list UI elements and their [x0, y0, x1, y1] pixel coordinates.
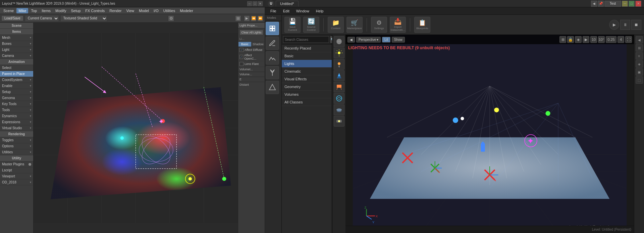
ue-vp-angle[interactable]: 10°	[598, 36, 605, 43]
sidebar-item-camera[interactable]: Camera▾	[0, 53, 33, 59]
ue-vp-rtx-icon[interactable]: ◈	[575, 36, 582, 43]
ue-backward-btn[interactable]: ◀	[591, 1, 597, 7]
sidebar-item-mesh[interactable]: Mesh▾	[0, 35, 33, 41]
sidebar-item-parent-in-place[interactable]: Parent in Place	[0, 71, 33, 77]
ue-vp-num2[interactable]: 4	[618, 36, 624, 43]
ue-right-icon-1[interactable]: ◀	[636, 36, 643, 44]
ue-blueprints-btn[interactable]: 📋 Blueprints	[414, 17, 430, 33]
lw-menu-utilities[interactable]: Utilities	[161, 8, 177, 13]
ue-play-btn[interactable]: ▶	[609, 20, 619, 30]
ue-category-cinematic[interactable]: Cinematic	[282, 68, 332, 75]
ue-vp-scale[interactable]: 0.25	[606, 36, 616, 43]
sidebar-item-lscript[interactable]: Lscript	[0, 167, 33, 173]
sidebar-item-tools[interactable]: Tools▾	[0, 107, 33, 113]
lw-menu-items[interactable]: Items	[40, 8, 53, 13]
ue-vp-perspective-dropdown[interactable]: Perspective ▾	[356, 37, 381, 43]
lw-prop-affect-opengl[interactable]: ✓ Affect OpenC...	[238, 53, 265, 61]
ue-menu-edit[interactable]: Edit	[280, 8, 292, 14]
ue-spot-light-icon[interactable]	[334, 70, 344, 81]
ue-main-tab[interactable]: Untitled*	[276, 1, 299, 6]
lw-maximize-btn[interactable]: □	[253, 1, 257, 6]
lw-vp-control-2[interactable]: ⏪	[251, 15, 257, 21]
ue-sky-light-icon[interactable]	[334, 93, 344, 104]
ue-vp-grid-icon[interactable]: ⊞	[559, 36, 566, 43]
sidebar-item-options[interactable]: Options▾	[0, 143, 33, 149]
lw-menu-model[interactable]: Model	[137, 8, 151, 13]
ue-pin-btn[interactable]: 📌	[598, 1, 604, 7]
ue-minimize-btn[interactable]: ─	[622, 1, 628, 7]
lw-menu-fxcontrols[interactable]: FX Controls	[83, 8, 107, 13]
ue-vp-show-btn[interactable]: Show	[392, 37, 405, 43]
ue-vp-transform-btn[interactable]: ◀	[347, 37, 355, 43]
ue-maximize-btn[interactable]: □	[629, 1, 635, 7]
lw-checkbox-affect-diffuse[interactable]: ✓	[239, 48, 244, 52]
lw-menu-modeler[interactable]: Modeler	[178, 8, 195, 13]
ue-sphere-icon[interactable]	[334, 36, 344, 47]
ue-category-basic[interactable]: Basic	[282, 52, 332, 60]
sidebar-item-light[interactable]: Light▾	[0, 47, 33, 53]
ue-settings-btn[interactable]: ⚙ Settings	[371, 17, 387, 33]
lw-menu-top[interactable]: Top	[29, 8, 39, 13]
ue-right-icon-4[interactable]: ◈	[636, 60, 643, 68]
ue-menu-file[interactable]: File	[268, 8, 279, 14]
ue-mode-place[interactable]	[266, 22, 279, 35]
ue-search-input[interactable]	[283, 36, 329, 43]
lw-viewport-mode-select[interactable]: Textured Shaded Solid	[60, 15, 107, 22]
ue-vp-lit-btn[interactable]: Lit	[382, 37, 390, 43]
sidebar-item-bones[interactable]: Bones▾	[0, 41, 33, 47]
ue-close-btn[interactable]: ✕	[635, 1, 641, 7]
ue-right-icon-2[interactable]: ⊞	[636, 44, 643, 52]
lw-menu-modify[interactable]: Modify	[53, 8, 68, 13]
ue-vp-play-icon[interactable]: ▶	[583, 36, 589, 43]
lw-checkbox-affect-opengl[interactable]: ✓	[239, 55, 243, 59]
lw-clear-all-lights-btn[interactable]: Clear All Lights	[239, 30, 263, 35]
ue-category-geometry[interactable]: Geometry	[282, 83, 332, 91]
ue-save-current-btn[interactable]: 💾 Save Current	[284, 17, 301, 33]
lw-minimize-btn[interactable]: ─	[247, 1, 252, 6]
sidebar-item-virtual-studio[interactable]: Virtual Studio▾	[0, 125, 33, 131]
sidebar-item-coordsystem[interactable]: CoordSystem▾	[0, 77, 33, 83]
lw-expand-icon[interactable]: ⊞	[235, 15, 241, 21]
lw-menu-mike[interactable]: Mike	[16, 8, 28, 13]
lw-settings-icon[interactable]: ⚙	[168, 15, 174, 21]
lw-menu-scene[interactable]: Scene	[1, 8, 16, 13]
sidebar-item-genoma[interactable]: Genoma▾	[0, 95, 33, 101]
ue-pause-btn[interactable]: ⏸	[620, 20, 630, 30]
ue-category-volumes[interactable]: Volumes	[282, 91, 332, 98]
lw-menu-view[interactable]: View	[124, 8, 136, 13]
ue-marketplace-btn[interactable]: 🛒 Marketplace	[346, 17, 363, 33]
lw-menu-io[interactable]: I/O	[152, 8, 161, 13]
ue-source-control-btn[interactable]: 🔄 Source Control	[303, 17, 319, 33]
lw-tab-basic[interactable]: Basic	[238, 42, 252, 47]
lw-checkbox-lens-flare[interactable]	[239, 62, 244, 66]
ue-category-recently-placed[interactable]: Recently Placed	[282, 45, 332, 52]
ue-right-icon-3[interactable]: ≡	[636, 52, 643, 60]
lw-prop-lens-flare[interactable]: Lens Flare	[238, 61, 265, 67]
sidebar-item-utilities2[interactable]: Utilities▾	[0, 149, 33, 155]
sidebar-item-viewport[interactable]: Viewport▾	[0, 173, 33, 179]
sidebar-item-dynamics[interactable]: Dynamics▾	[0, 113, 33, 119]
ue-mode-landscape[interactable]	[266, 51, 279, 65]
ue-content-btn[interactable]: 📁 Content	[328, 17, 344, 33]
ue-category-lights[interactable]: Lights	[282, 60, 332, 68]
lw-loadsave-btn[interactable]: Load/Save	[1, 15, 23, 21]
ue-import-datasmith-btn[interactable]: 📥 Import Datasmith...	[390, 17, 406, 33]
lw-vp-control-3[interactable]: ⏩	[257, 15, 263, 21]
ue-vp-snap-icon[interactable]: 🔒	[567, 36, 574, 43]
sidebar-item-setup[interactable]: Setup▾	[0, 89, 33, 95]
sidebar-item-od2018[interactable]: OD_2018▾	[0, 179, 33, 185]
sidebar-item-enable[interactable]: Enable▾	[0, 83, 33, 89]
sidebar-item-keytools[interactable]: Key Tools▾	[0, 101, 33, 107]
sidebar-item-select[interactable]: Select	[0, 65, 33, 71]
lw-tab-shadow[interactable]: Shadow	[252, 42, 265, 47]
ue-stop-btn[interactable]: ⏹	[631, 20, 641, 30]
ue-mode-paint[interactable]	[266, 36, 279, 50]
ue-mode-foliage[interactable]	[266, 66, 279, 79]
lw-camera-select[interactable]: Current Camera	[25, 15, 59, 22]
ue-category-visual-effects[interactable]: Visual Effects	[282, 75, 332, 83]
ue-3d-viewport[interactable]: ◀ Perspective ▾ Lit Show ⊞ 🔒 ◈ ▶	[345, 35, 634, 233]
lw-menu-render[interactable]: Render	[107, 8, 123, 13]
ue-point-light-icon[interactable]	[334, 59, 344, 70]
sidebar-item-expressions[interactable]: Expressions▾	[0, 119, 33, 125]
ue-extra-light-icon[interactable]	[334, 116, 344, 127]
